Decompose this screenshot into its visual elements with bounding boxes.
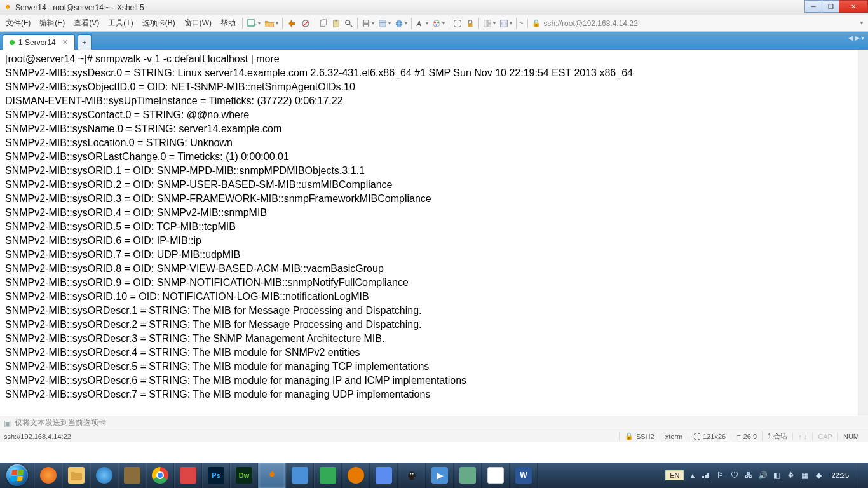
task-word[interactable]: W (510, 463, 538, 488)
toolbar-fullscreen-icon[interactable] (451, 17, 464, 30)
task-notepad[interactable] (482, 463, 510, 488)
tray-app3-icon[interactable]: ▦ (799, 470, 810, 480)
svg-rect-22 (484, 20, 487, 27)
toolbar-layout-icon[interactable]: ▾ (481, 17, 498, 30)
task-app7[interactable] (454, 463, 482, 488)
toolbar-disconnect-icon[interactable] (299, 17, 313, 30)
menu-tools[interactable]: 工具(T) (104, 15, 137, 31)
scroll-up-icon[interactable]: ▲ (858, 50, 868, 60)
toolbar-copy-icon[interactable] (317, 17, 330, 30)
new-tab-button[interactable]: + (78, 34, 92, 50)
task-app5[interactable] (342, 463, 370, 488)
close-button[interactable]: ✕ (839, 0, 868, 13)
tray-bars-icon[interactable] (702, 470, 712, 480)
task-app3[interactable] (286, 463, 314, 488)
svg-point-18 (434, 21, 436, 23)
menu-bar: 文件(F) 编辑(E) 查看(V) 工具(T) 选项卡(B) 窗口(W) 帮助 … (0, 15, 868, 32)
toolbar-new-session[interactable]: +▾ (245, 17, 262, 30)
toolbar-properties-icon[interactable]: ▾ (376, 17, 393, 30)
terminal-line: SNMPv2-MIB::sysORDescr.4 = STRING: The M… (5, 346, 853, 360)
status-nav[interactable]: ↑ ↓ (792, 433, 812, 440)
toolbar-paste-icon[interactable] (330, 17, 342, 30)
terminal-line: SNMPv2-MIB::sysORDescr.7 = STRING: The M… (5, 388, 853, 402)
task-app4[interactable] (314, 463, 342, 488)
menu-window[interactable]: 窗口(W) (180, 15, 216, 31)
address-bar[interactable]: 🔒 ssh://root@192.168.4.14:22 ▾ (527, 19, 867, 28)
minimize-button[interactable]: ─ (804, 0, 822, 13)
tab-nav-right-icon[interactable]: ▶ (855, 34, 860, 41)
tray-clock[interactable]: 22:25 (827, 471, 853, 479)
svg-rect-31 (705, 475, 707, 478)
terminal-line: SNMPv2-MIB::sysORDescr.6 = STRING: The M… (5, 374, 853, 388)
address-dropdown-icon[interactable]: ▾ (860, 20, 863, 26)
task-ps[interactable]: Ps (202, 463, 230, 488)
tray-app-icon[interactable]: ◧ (771, 470, 782, 480)
toolbar-script-icon[interactable]: ▾ (498, 17, 514, 30)
scrollbar-thumb[interactable] (858, 50, 867, 114)
toolbar-print-icon[interactable]: ▾ (360, 17, 376, 30)
task-app1[interactable] (118, 463, 146, 488)
task-ie[interactable] (90, 463, 118, 488)
status-term-type: xterm (660, 433, 688, 440)
tray-flag-icon[interactable]: 🏳 (715, 470, 726, 480)
status-cursor: ≡ 26,9 (731, 433, 762, 440)
menu-tabs[interactable]: 选项卡(B) (138, 15, 180, 31)
menu-edit[interactable]: 编辑(E) (35, 15, 69, 31)
task-app2[interactable] (174, 463, 202, 488)
terminal-line: SNMPv2-MIB::sysORDescr.3 = STRING: The S… (5, 332, 853, 346)
tray-app2-icon[interactable]: ❖ (785, 470, 796, 480)
toolbar-lock-icon[interactable] (464, 17, 477, 30)
tray-network-icon[interactable]: 🖧 (743, 470, 754, 480)
toolbar-find-icon[interactable] (342, 17, 355, 30)
tray-up-icon[interactable]: ▴ (688, 470, 698, 480)
toolbar-overflow-icon[interactable]: » (519, 18, 525, 28)
toolbar-font-icon[interactable]: A▾ (414, 17, 430, 30)
toolbar-globe-icon[interactable]: ▾ (393, 17, 409, 30)
svg-rect-5 (322, 19, 326, 25)
toolbar-color-icon[interactable]: ▾ (430, 17, 447, 30)
terminal-line: SNMPv2-MIB::sysORID.9 = OID: SNMP-NOTIFI… (5, 276, 853, 290)
menu-file[interactable]: 文件(F) (1, 15, 35, 31)
tab-close-icon[interactable]: ✕ (62, 38, 68, 46)
task-explorer[interactable] (62, 463, 90, 488)
task-firefox[interactable] (34, 463, 62, 488)
send-bar[interactable]: ▣ 仅将文本发送到当前选项卡 (0, 416, 868, 430)
menu-help[interactable]: 帮助 (216, 15, 240, 31)
task-xshell[interactable] (258, 463, 286, 488)
tray-app4-icon[interactable]: ◆ (813, 470, 824, 480)
show-desktop-button[interactable] (858, 463, 864, 488)
terminal-line: SNMPv2-MIB::sysORID.10 = OID: NOTIFICATI… (5, 290, 853, 304)
toolbar-open[interactable]: ▾ (262, 17, 280, 30)
scroll-down-icon[interactable]: ▼ (858, 405, 868, 416)
address-url: ssh://root@192.168.4.14:22 (543, 19, 858, 28)
svg-rect-30 (702, 476, 704, 478)
task-chrome[interactable] (146, 463, 174, 488)
svg-point-27 (409, 471, 414, 477)
tray-volume-icon[interactable]: 🔊 (757, 470, 768, 480)
terminal-line: SNMPv2-MIB::sysORID.1 = OID: SNMP-MPD-MI… (5, 164, 853, 178)
send-icon: ▣ (4, 419, 11, 428)
terminal-line: SNMPv2-MIB::sysORID.7 = OID: UDP-MIB::ud… (5, 248, 853, 262)
task-video[interactable]: ▶ (426, 463, 454, 488)
task-dw[interactable]: Dw (230, 463, 258, 488)
ime-indicator[interactable]: EN (665, 470, 684, 480)
svg-line-3 (303, 21, 308, 26)
menu-view[interactable]: 查看(V) (69, 15, 104, 31)
title-bar: Server14 - root@server14:~ - Xshell 5 ─ … (0, 0, 868, 15)
terminal-line: SNMPv2-MIB::sysContact.0 = STRING: @@no.… (5, 108, 853, 122)
start-button[interactable] (0, 463, 34, 488)
tab-nav-menu-icon[interactable]: ▾ (861, 34, 864, 41)
tray-shield-icon[interactable]: 🛡 (729, 470, 740, 480)
task-qq[interactable] (398, 463, 426, 488)
tab-nav-left-icon[interactable]: ◀ (848, 34, 853, 41)
task-app6[interactable] (370, 463, 398, 488)
taskbar-pinned: Ps Dw ▶ W (34, 463, 538, 488)
terminal[interactable]: ▲ ▼ [root@server14 ~]# snmpwalk -v 1 -c … (0, 50, 868, 416)
tab-status-icon (10, 40, 15, 45)
tab-strip: 1 Server14 ✕ + ◀ ▶ ▾ (0, 32, 868, 50)
maximize-button[interactable]: ❐ (822, 0, 839, 13)
tab-server14[interactable]: 1 Server14 ✕ (3, 34, 75, 50)
status-sessions: 1 会话 (762, 431, 792, 441)
toolbar-reconnect-icon[interactable] (285, 17, 299, 30)
system-tray: EN ▴ 🏳 🛡 🖧 🔊 ◧ ❖ ▦ ◆ 22:25 (661, 463, 868, 488)
